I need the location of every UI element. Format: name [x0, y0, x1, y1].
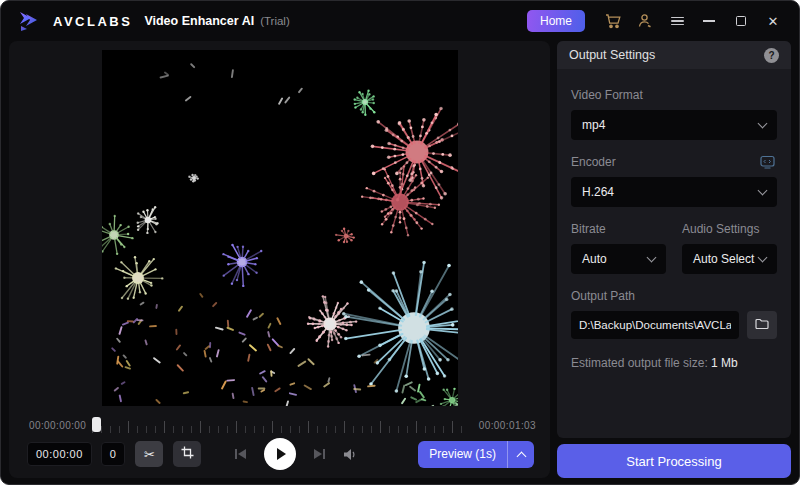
chevron-down-icon: [758, 119, 768, 129]
transport-controls: [234, 438, 358, 470]
playback-controls: 00:00:00 0 ✂: [9, 436, 550, 478]
help-icon[interactable]: ?: [764, 48, 779, 63]
start-processing-button[interactable]: Start Processing: [557, 444, 791, 478]
video-area: [9, 41, 550, 414]
audio-settings-value: Auto Select: [693, 252, 754, 266]
fireworks-frame: [102, 50, 458, 406]
timeline-start-time: 00:00:00:00: [29, 420, 86, 431]
crop-icon: [181, 446, 194, 462]
output-path-input[interactable]: [571, 311, 739, 339]
account-icon[interactable]: [633, 9, 657, 33]
play-icon: [277, 448, 286, 460]
browse-folder-button[interactable]: [747, 311, 777, 339]
cart-icon[interactable]: [601, 9, 625, 33]
panel-body: Video Format mp4 Encoder: [557, 69, 791, 382]
menu-icon[interactable]: [665, 9, 689, 33]
audio-settings-select[interactable]: Auto Select: [682, 244, 777, 274]
cut-button[interactable]: ✂: [135, 441, 163, 467]
chevron-down-icon: [758, 186, 768, 196]
preview-expand-button[interactable]: [508, 441, 534, 468]
trial-badge: (Trial): [260, 15, 290, 27]
player-panel: 00:00:00:00 00:00:01:03 00:00:00 0 ✂: [9, 41, 550, 478]
timeline-end-time: 00:00:01:03: [479, 420, 536, 431]
encoder-label: Encoder: [571, 155, 616, 169]
current-time-field[interactable]: 00:00:00: [27, 442, 92, 466]
bitrate-label: Bitrate: [571, 222, 666, 236]
chevron-down-icon: [647, 253, 657, 263]
timeline-track[interactable]: [92, 417, 469, 433]
frame-field[interactable]: 0: [101, 442, 126, 466]
encoder-select[interactable]: H.264: [571, 177, 777, 207]
minimize-button[interactable]: [697, 9, 721, 33]
encoder-value: H.264: [582, 185, 614, 199]
video-preview[interactable]: [102, 50, 458, 406]
maximize-button[interactable]: [729, 9, 753, 33]
speaker-icon: [343, 448, 358, 461]
panel-title: Output Settings: [569, 48, 655, 62]
estimated-size-label: Estimated output file size:: [571, 356, 711, 370]
panel-header: Output Settings ?: [557, 41, 791, 69]
previous-frame-button[interactable]: [234, 448, 247, 460]
chevron-up-icon: [516, 451, 526, 461]
close-button[interactable]: ✕: [761, 9, 785, 33]
title-bar: AVCLABS Video Enhancer AI (Trial) Home: [1, 1, 799, 41]
brand-name: AVCLABS: [53, 14, 132, 29]
audio-settings-label: Audio Settings: [682, 222, 777, 236]
timeline: 00:00:00:00 00:00:01:03: [9, 414, 550, 436]
video-format-label: Video Format: [571, 88, 777, 102]
video-format-value: mp4: [582, 118, 605, 132]
settings-column: Output Settings ? Video Format mp4 Encod…: [557, 41, 791, 478]
playhead[interactable]: [92, 417, 101, 432]
output-path-label: Output Path: [571, 289, 777, 303]
bitrate-audio-row: Bitrate Auto Audio Settings Auto Select: [571, 207, 777, 274]
encoder-label-row: Encoder: [571, 155, 777, 169]
preview-button[interactable]: Preview (1s): [418, 441, 534, 468]
play-button[interactable]: [264, 438, 296, 470]
app-title: Video Enhancer AI: [144, 14, 254, 28]
output-settings-panel: Output Settings ? Video Format mp4 Encod…: [557, 41, 791, 438]
home-button[interactable]: Home: [527, 10, 585, 32]
chevron-down-icon: [758, 253, 768, 263]
folder-icon: [755, 316, 769, 334]
crop-button[interactable]: [173, 441, 201, 467]
output-path-row: [571, 311, 777, 339]
estimated-size-value: 1 Mb: [711, 356, 738, 370]
gpu-info-icon[interactable]: [760, 155, 777, 169]
volume-button[interactable]: [343, 448, 358, 461]
bitrate-select[interactable]: Auto: [571, 244, 666, 274]
estimated-size: Estimated output file size: 1 Mb: [571, 356, 777, 370]
video-format-select[interactable]: mp4: [571, 110, 777, 140]
bitrate-value: Auto: [582, 252, 607, 266]
avclabs-logo-icon: [17, 10, 43, 32]
main-content: 00:00:00:00 00:00:01:03 00:00:00 0 ✂: [1, 41, 799, 485]
preview-label: Preview (1s): [418, 441, 507, 468]
titlebar-actions: Home ✕: [527, 9, 785, 33]
app-window: AVCLABS Video Enhancer AI (Trial) Home: [0, 0, 800, 485]
next-frame-button[interactable]: [313, 448, 326, 460]
scissors-icon: ✂: [144, 447, 155, 462]
